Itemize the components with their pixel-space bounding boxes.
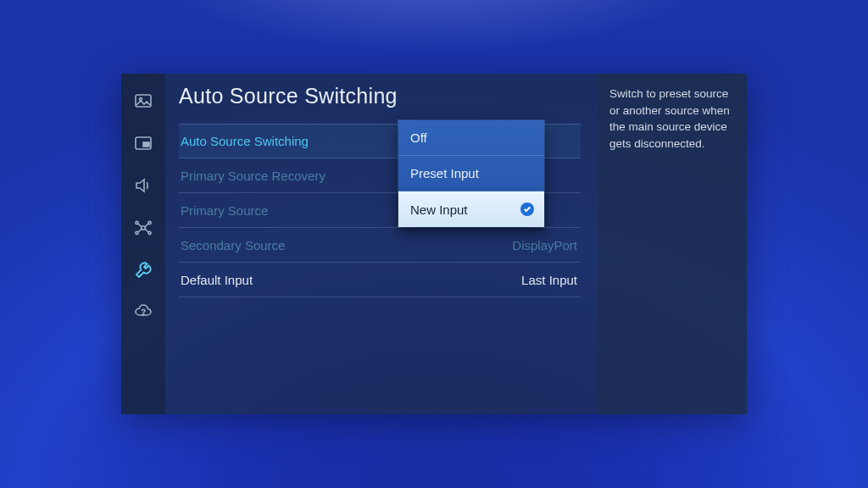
svg-point-5 [136, 221, 138, 224]
default-input-dropdown: Off Preset Input New Input [398, 120, 544, 227]
row-label: Secondary Source [181, 238, 285, 252]
dropdown-option-preset-input[interactable]: Preset Input [398, 156, 544, 191]
option-label: Off [410, 130, 427, 145]
row-secondary-source[interactable]: Secondary Source DisplayPort [179, 228, 581, 263]
check-icon [520, 202, 534, 216]
main-area: Auto Source Switching Auto Source Switch… [165, 74, 747, 414]
page-title: Auto Source Switching [179, 84, 581, 108]
row-default-input[interactable]: Default Input Last Input [179, 263, 581, 297]
svg-rect-3 [143, 142, 149, 147]
svg-point-7 [136, 231, 138, 234]
row-label: Primary Source Recovery [181, 169, 326, 183]
row-value: Last Input [521, 273, 577, 287]
option-label: Preset Input [410, 166, 479, 180]
content-pane: Auto Source Switching Auto Source Switch… [165, 74, 598, 414]
option-label: New Input [410, 202, 468, 217]
svg-point-8 [148, 231, 151, 234]
row-label: Default Input [181, 273, 253, 287]
system-icon[interactable] [131, 258, 155, 282]
network-icon[interactable] [131, 216, 155, 240]
sidebar [121, 74, 165, 414]
dropdown-option-off[interactable]: Off [398, 120, 544, 156]
sound-icon[interactable] [131, 174, 155, 197]
help-pane: Switch to preset source or another sourc… [598, 74, 747, 414]
settings-panel: Auto Source Switching Auto Source Switch… [121, 74, 747, 414]
row-label: Primary Source [181, 203, 268, 218]
picture-icon[interactable] [131, 89, 155, 113]
svg-rect-0 [136, 95, 151, 107]
help-text: Switch to preset source or another sourc… [609, 86, 735, 152]
row-label: Auto Source Switching [181, 134, 309, 148]
row-value: DisplayPort [512, 238, 577, 252]
pip-icon[interactable] [131, 131, 155, 155]
svg-point-6 [148, 221, 151, 224]
support-icon[interactable] [131, 301, 155, 324]
dropdown-option-new-input[interactable]: New Input [398, 191, 544, 227]
svg-point-9 [143, 313, 144, 314]
